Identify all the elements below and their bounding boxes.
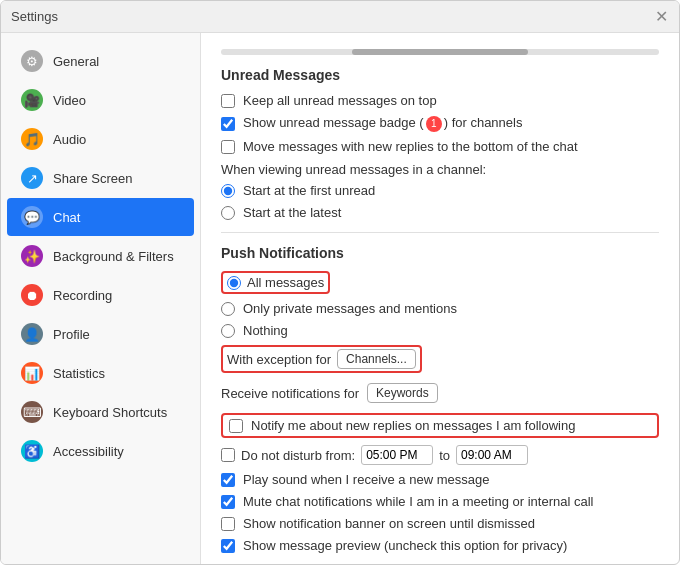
audio-icon: 🎵: [21, 128, 43, 150]
show-preview-checkbox[interactable]: [221, 539, 235, 553]
sidebar-item-background-filters[interactable]: ✨Background & Filters: [7, 237, 194, 275]
chat-icon: 💬: [21, 206, 43, 228]
dnd-from-input[interactable]: [361, 445, 433, 465]
channel-viewing-label: When viewing unread messages in a channe…: [221, 162, 659, 177]
mute-meeting-checkbox[interactable]: [221, 495, 235, 509]
sidebar: ⚙General🎥Video🎵Audio↗Share Screen💬Chat✨B…: [1, 33, 201, 564]
sidebar-item-chat[interactable]: 💬Chat: [7, 198, 194, 236]
sidebar-label-recording: Recording: [53, 288, 112, 303]
keep-top-label: Keep all unread messages on top: [243, 93, 437, 108]
video-icon: 🎥: [21, 89, 43, 111]
dnd-row: Do not disturb from: to: [221, 445, 659, 465]
dnd-to-input[interactable]: [456, 445, 528, 465]
receive-label: Receive notifications for: [221, 386, 359, 401]
share-screen-icon: ↗: [21, 167, 43, 189]
show-badge-row: Show unread message badge (1) for channe…: [221, 115, 659, 132]
move-replies-checkbox[interactable]: [221, 140, 235, 154]
with-exception-highlight: With exception for Channels...: [221, 345, 422, 373]
settings-window: Settings ✕ ⚙General🎥Video🎵Audio↗Share Sc…: [0, 0, 680, 565]
all-messages-radio[interactable]: [227, 276, 241, 290]
all-messages-highlight: All messages: [221, 271, 330, 294]
sidebar-label-audio: Audio: [53, 132, 86, 147]
sidebar-label-profile: Profile: [53, 327, 90, 342]
sidebar-item-accessibility[interactable]: ♿Accessibility: [7, 432, 194, 470]
sidebar-label-video: Video: [53, 93, 86, 108]
channels-button[interactable]: Channels...: [337, 349, 416, 369]
receive-row: Receive notifications for Keywords: [221, 383, 659, 403]
start-first-row: Start at the first unread: [221, 183, 659, 198]
start-first-label: Start at the first unread: [243, 183, 375, 198]
general-icon: ⚙: [21, 50, 43, 72]
mute-meeting-label: Mute chat notifications while I am in a …: [243, 494, 593, 509]
show-banner-checkbox[interactable]: [221, 517, 235, 531]
all-messages-label: All messages: [247, 275, 324, 290]
with-exception-label: With exception for: [227, 352, 331, 367]
dnd-label: Do not disturb from:: [241, 448, 355, 463]
sidebar-label-accessibility: Accessibility: [53, 444, 124, 459]
start-latest-row: Start at the latest: [221, 205, 659, 220]
sidebar-item-statistics[interactable]: 📊Statistics: [7, 354, 194, 392]
start-latest-radio[interactable]: [221, 206, 235, 220]
background-filters-icon: ✨: [21, 245, 43, 267]
show-banner-row: Show notification banner on screen until…: [221, 516, 659, 531]
titlebar: Settings ✕: [1, 1, 679, 33]
show-badge-checkbox[interactable]: [221, 117, 235, 131]
all-messages-highlighted-row: All messages: [221, 271, 659, 294]
with-exception-highlighted-row: With exception for Channels...: [221, 345, 659, 373]
badge-icon: 1: [426, 116, 442, 132]
nothing-label: Nothing: [243, 323, 288, 338]
nothing-row: Nothing: [221, 323, 659, 338]
move-replies-row: Move messages with new replies to the bo…: [221, 139, 659, 154]
start-latest-label: Start at the latest: [243, 205, 341, 220]
sidebar-item-share-screen[interactable]: ↗Share Screen: [7, 159, 194, 197]
scroll-indicator[interactable]: [221, 49, 659, 55]
nothing-radio[interactable]: [221, 324, 235, 338]
start-first-radio[interactable]: [221, 184, 235, 198]
push-section-title: Push Notifications: [221, 245, 659, 261]
show-preview-row: Show message preview (uncheck this optio…: [221, 538, 659, 553]
dnd-to-label: to: [439, 448, 450, 463]
private-mentions-row: Only private messages and mentions: [221, 301, 659, 316]
accessibility-icon: ♿: [21, 440, 43, 462]
dnd-checkbox[interactable]: [221, 448, 235, 462]
main-panel: Unread Messages Keep all unread messages…: [201, 33, 679, 564]
unread-section-title: Unread Messages: [221, 67, 659, 83]
sidebar-item-keyboard-shortcuts[interactable]: ⌨Keyboard Shortcuts: [7, 393, 194, 431]
keywords-button[interactable]: Keywords: [367, 383, 438, 403]
sidebar-item-general[interactable]: ⚙General: [7, 42, 194, 80]
sidebar-label-share-screen: Share Screen: [53, 171, 133, 186]
sidebar-label-keyboard-shortcuts: Keyboard Shortcuts: [53, 405, 167, 420]
notify-replies-checkbox[interactable]: [229, 419, 243, 433]
play-sound-row: Play sound when I receive a new message: [221, 472, 659, 487]
close-button[interactable]: ✕: [655, 10, 669, 24]
notify-replies-label: Notify me about new replies on messages …: [251, 418, 575, 433]
mute-meeting-row: Mute chat notifications while I am in a …: [221, 494, 659, 509]
sidebar-item-recording[interactable]: ⏺Recording: [7, 276, 194, 314]
keyboard-shortcuts-icon: ⌨: [21, 401, 43, 423]
keep-top-checkbox[interactable]: [221, 94, 235, 108]
sidebar-item-video[interactable]: 🎥Video: [7, 81, 194, 119]
divider-1: [221, 232, 659, 233]
statistics-icon: 📊: [21, 362, 43, 384]
notify-replies-highlighted-row: Notify me about new replies on messages …: [221, 413, 659, 438]
show-preview-label: Show message preview (uncheck this optio…: [243, 538, 567, 553]
window-title: Settings: [11, 9, 655, 24]
sidebar-item-profile[interactable]: 👤Profile: [7, 315, 194, 353]
sidebar-item-audio[interactable]: 🎵Audio: [7, 120, 194, 158]
content-area: ⚙General🎥Video🎵Audio↗Share Screen💬Chat✨B…: [1, 33, 679, 564]
private-mentions-radio[interactable]: [221, 302, 235, 316]
sidebar-label-background-filters: Background & Filters: [53, 249, 174, 264]
play-sound-checkbox[interactable]: [221, 473, 235, 487]
sidebar-label-statistics: Statistics: [53, 366, 105, 381]
sidebar-label-general: General: [53, 54, 99, 69]
play-sound-label: Play sound when I receive a new message: [243, 472, 489, 487]
profile-icon: 👤: [21, 323, 43, 345]
sidebar-label-chat: Chat: [53, 210, 80, 225]
show-banner-label: Show notification banner on screen until…: [243, 516, 535, 531]
move-replies-label: Move messages with new replies to the bo…: [243, 139, 578, 154]
keep-top-row: Keep all unread messages on top: [221, 93, 659, 108]
private-mentions-label: Only private messages and mentions: [243, 301, 457, 316]
show-badge-label: Show unread message badge (1) for channe…: [243, 115, 522, 132]
recording-icon: ⏺: [21, 284, 43, 306]
